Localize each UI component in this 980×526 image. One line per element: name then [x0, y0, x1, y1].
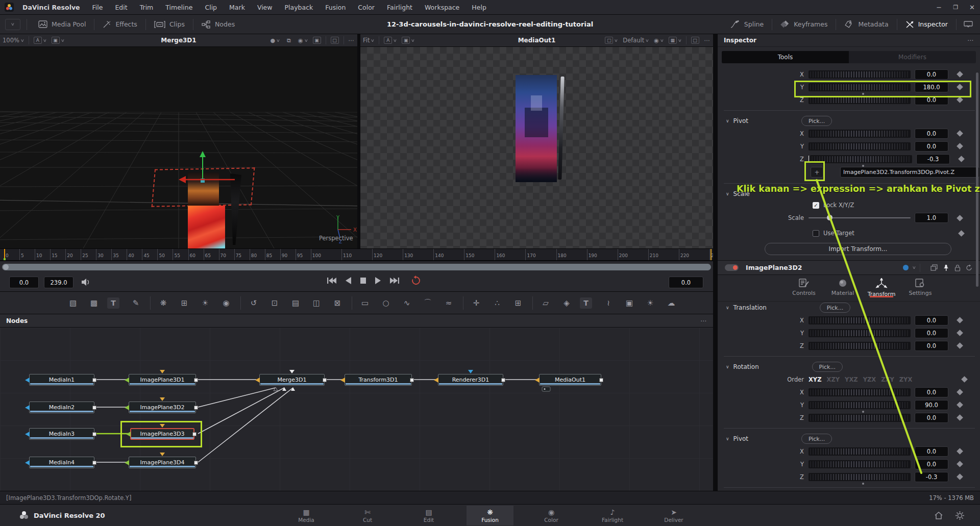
section-collapse-icon[interactable]: ∨ [726, 305, 729, 310]
node-top-connector[interactable] [160, 424, 165, 428]
param-value-field[interactable]: 90.0 [915, 400, 948, 410]
node-transform3d1[interactable]: Transform3D1 [345, 374, 412, 386]
node-tab-transform[interactable]: Transform [867, 275, 896, 297]
page-tab-fairlight[interactable]: ♪Fairlight [589, 506, 636, 525]
cube-3d-tool-icon[interactable]: ▣ [622, 296, 637, 310]
menu-item-clip[interactable]: Clip [199, 0, 223, 14]
goto-end-button[interactable] [389, 277, 400, 285]
keyframe-diamond-icon[interactable] [961, 376, 968, 383]
node-input-connector[interactable] [125, 378, 129, 383]
toolbar-button-effects[interactable]: Effects [94, 18, 145, 31]
viewer-right-viewport[interactable] [360, 47, 713, 248]
node-top-connector[interactable] [289, 370, 295, 373]
viewer-left-mode-dropdown[interactable]: ▣∨ [49, 37, 67, 44]
node-imageplane3d4[interactable]: ImagePlane3D4 [129, 457, 196, 468]
node-output-connector[interactable] [194, 406, 198, 410]
polygon-mask-tool-icon[interactable]: ∿ [399, 296, 414, 310]
pick-button[interactable]: Pick... [801, 434, 832, 444]
param-slider[interactable] [808, 414, 911, 422]
node-output-connector[interactable] [501, 378, 505, 382]
viewer-left-options-icon[interactable]: ⋯ [346, 37, 358, 44]
import-transform-button[interactable]: Import Transform... [765, 243, 951, 255]
param-slider[interactable] [808, 473, 911, 481]
transform-tool-icon[interactable]: ↺ [246, 296, 261, 310]
order-option-yxz[interactable]: YXZ [845, 376, 858, 383]
inspector-scrollbar[interactable] [976, 72, 978, 287]
toolbar-button-metadata[interactable]: Metadata [836, 18, 896, 31]
keyframe-diamond-icon[interactable] [957, 96, 963, 103]
stop-button[interactable] [360, 277, 366, 284]
node-input-connector[interactable] [25, 378, 30, 383]
node-mediain2[interactable]: MediaIn2 [29, 402, 94, 413]
param-slider[interactable] [808, 388, 911, 396]
viewer-left-quad-icon[interactable]: ▣ [310, 37, 324, 44]
lock-icon[interactable] [954, 264, 961, 271]
viewer-left-expand-icon[interactable]: □ [328, 37, 341, 44]
param-value-field[interactable]: 0.0 [915, 446, 948, 457]
page-tab-cut[interactable]: ✄Cut [344, 506, 391, 525]
keyframe-diamond-icon[interactable] [957, 461, 963, 467]
playhead-frame-field[interactable]: 0.0 [9, 277, 39, 288]
node-input-connector[interactable] [25, 432, 30, 437]
node-output-connector[interactable] [92, 406, 96, 410]
menu-item-color[interactable]: Color [352, 0, 381, 14]
loop-button[interactable] [411, 275, 421, 285]
param-value-field[interactable]: 0.0 [915, 69, 948, 80]
param-slider[interactable] [808, 401, 911, 409]
home-icon[interactable] [934, 511, 943, 520]
order-option-xzy[interactable]: XZY [827, 376, 840, 383]
menu-item-timeline[interactable]: Timeline [159, 0, 199, 14]
current-time-field[interactable]: 0.0 [669, 277, 703, 288]
settings-gear-icon[interactable] [955, 511, 965, 520]
section-collapse-icon[interactable]: ∨ [726, 191, 729, 196]
pick-button[interactable]: Pick... [820, 303, 850, 313]
order-option-xyz[interactable]: XYZ [808, 376, 822, 383]
menu-item-edit[interactable]: Edit [109, 0, 133, 14]
section-collapse-icon[interactable]: ∨ [726, 436, 729, 441]
section-collapse-icon[interactable]: ∨ [726, 364, 729, 369]
nodes-panel-options-icon[interactable]: ⋯ [700, 317, 707, 324]
keyframe-diamond-icon[interactable] [957, 317, 963, 323]
spot-light-3d-tool-icon[interactable]: ☀ [643, 296, 658, 310]
param-slider[interactable] [808, 70, 911, 79]
node-output-connector[interactable] [92, 432, 96, 436]
node-output-connector[interactable] [194, 461, 198, 465]
text-3d-tool-icon[interactable]: T [580, 297, 592, 309]
toolbar-button-media-pool[interactable]: Media Pool [30, 18, 94, 31]
page-tab-fusion[interactable]: ❋Fusion [467, 506, 513, 525]
viewer-right-mode-dropdown[interactable]: ▣∨ [399, 37, 417, 44]
param-slider[interactable] [808, 342, 911, 350]
node-tab-settings[interactable]: Settings [905, 275, 935, 296]
node-output-connector[interactable] [192, 432, 197, 436]
merge-tool-icon[interactable]: ▤ [288, 296, 303, 310]
expression-field[interactable]: ImagePlane3D2.Transform3DOp.Pivot.Z [840, 167, 980, 178]
param-value-field[interactable]: 0.0 [915, 413, 948, 423]
node-input-connector[interactable] [25, 405, 30, 410]
rectangle-mask-tool-icon[interactable]: ▭ [357, 296, 373, 310]
node-imageplane3d2[interactable]: ImagePlane3D2 [129, 402, 196, 413]
param-value-field[interactable]: 0.0 [915, 129, 948, 139]
keyframe-diamond-icon[interactable] [957, 389, 963, 395]
scrollbar-handle[interactable] [3, 264, 9, 270]
node-input-connector[interactable] [434, 378, 438, 383]
toolbar-button-spline[interactable]: Spline [722, 18, 772, 31]
lock-xyz-checkbox[interactable]: ✓ [813, 202, 819, 209]
node-top-connector[interactable] [160, 370, 165, 373]
fast-noise-tool-icon[interactable]: ▩ [86, 296, 102, 310]
node-mediaout1[interactable]: MediaOut1 [539, 374, 601, 386]
param-value-field[interactable]: 0.0 [915, 328, 948, 338]
keyframe-diamond-icon[interactable] [957, 342, 963, 349]
param-value-field[interactable]: 0.0 [915, 315, 948, 325]
viewer-right-grid-dropdown[interactable]: ▦∨ [666, 37, 684, 44]
menu-item-trim[interactable]: Trim [134, 0, 160, 14]
param-value-field[interactable]: 0.0 [915, 341, 948, 351]
timeline-ruler[interactable]: 0510152025303540455055606570758085909510… [0, 248, 713, 261]
node-color-dot[interactable] [903, 265, 909, 270]
use-target-checkbox[interactable] [813, 230, 819, 237]
keyframe-diamond-icon[interactable] [958, 156, 965, 162]
audio-mute-icon[interactable] [81, 278, 91, 287]
node-output-connector[interactable] [194, 378, 198, 382]
brightness-contrast-tool-icon[interactable]: ☀ [198, 296, 213, 310]
menu-item-playback[interactable]: Playback [279, 0, 320, 14]
viewer-left-roi-dropdown[interactable]: ◉∨ [296, 37, 310, 44]
